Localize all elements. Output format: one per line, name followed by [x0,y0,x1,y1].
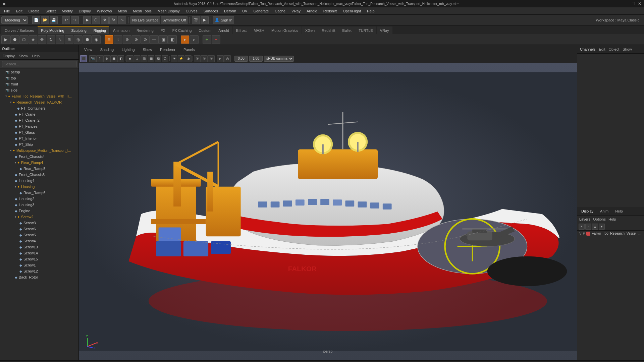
outliner-item-rear-ramp4[interactable]: ▾ ✦ Rear_Ramp4 [0,160,78,166]
menu-item-edit[interactable]: Edit [13,8,25,14]
move-icon[interactable]: ✥ [38,35,46,44]
vp-tab-shading[interactable]: Shading [97,47,117,53]
vp-tab-show[interactable]: Show [140,47,156,53]
expand-icon[interactable]: ▾ [5,95,7,98]
outliner-item-ft-ship[interactable]: ◆ FT_Ship [0,141,78,147]
outliner-item-front[interactable]: 📷 front [0,81,78,87]
snap-point-icon[interactable]: ⊕ [123,35,131,44]
universal-manip-icon[interactable]: ⊞ [65,35,73,44]
minimize-button[interactable]: — [625,1,629,6]
layer-new-btn[interactable]: + [579,224,585,230]
save-scene-btn[interactable]: 💾 [50,16,58,24]
menu-item-select[interactable]: Select [43,8,59,14]
viewport-canvas[interactable]: FALKOR persp X Y Z [79,63,577,360]
ch-tab-show[interactable]: Show [623,47,632,51]
vp-tab-renderer[interactable]: Renderer [157,47,179,53]
new-scene-btn[interactable]: 📄 [32,16,40,24]
rotate-icon[interactable]: ↻ [47,35,55,44]
vp-res3-btn[interactable]: ③ [208,55,215,62]
outliner-item-screw4[interactable]: ◆ Screw4 [0,238,78,244]
outliner-search-bar[interactable] [0,60,78,68]
menu-item-mesh-tools[interactable]: Mesh Tools [130,8,154,14]
scale-tool-btn[interactable]: ⤡ [118,16,126,24]
viewport-content[interactable]: FALKOR persp X Y Z [79,63,577,360]
vp-shadow-btn[interactable]: ◑ [185,55,192,62]
layer-delete-btn[interactable]: - [585,224,591,230]
outliner-item-ft-interior[interactable]: ◆ FT_Interior [0,135,78,141]
show-manip-icon[interactable]: ◉ [92,35,101,44]
snap-view-icon[interactable]: ⊙ [141,35,150,44]
vp-isolate-btn[interactable]: ◎ [224,55,231,62]
outliner-tab-help[interactable]: Help [32,54,40,58]
open-scene-btn[interactable]: 📂 [41,16,49,24]
layer-v-label[interactable]: V [579,232,582,235]
symmetry-btn[interactable]: Symmetry: Off [161,16,187,24]
mode-tab-animation[interactable]: Animation [110,26,133,34]
outliner-item-engine[interactable]: ◆ Engine [0,208,78,214]
menu-item-curves[interactable]: Curves [183,8,200,14]
layer-tab-display[interactable]: Display [580,208,595,214]
menu-item-vray[interactable]: VRay [289,8,303,14]
outliner-item-research-vessel[interactable]: ▾ ✦ Research_Vessel_FALKOR [0,99,78,105]
lasso-tool-btn[interactable]: ⬡ [92,16,100,24]
outliner-tab-show[interactable]: Show [19,54,28,58]
menu-item-arnold[interactable]: Arnold [304,8,320,14]
vp-shading1-btn[interactable]: ■ [126,55,133,62]
menu-item-mesh[interactable]: Mesh [115,8,129,14]
vp-tab-panels[interactable]: Panels [180,47,198,53]
layer-up-btn[interactable]: ▲ [592,224,598,230]
redo-btn[interactable]: ↪ [71,16,79,24]
outliner-item-screw6[interactable]: ◆ Screw6 [0,226,78,232]
minus-icon[interactable]: − [212,35,220,44]
help-sub-tab[interactable]: Help [608,217,616,221]
menu-item-windows[interactable]: Windows [94,8,115,14]
outliner-item-ft-fances[interactable]: ◆ FT_Fances [0,123,78,129]
snap-grid-icon[interactable]: ⊟ [105,35,113,44]
vp-toggle-btn[interactable]: ⬛ [80,55,87,62]
vp-res2-btn[interactable]: ② [201,55,208,62]
vp-val1-input[interactable] [234,56,248,62]
outliner-item-back-rotor[interactable]: ◆ Back_Rotor [0,274,78,280]
render-region2-icon[interactable]: ▹ [190,35,199,44]
vp-tab-view[interactable]: View [81,47,96,53]
vp-shading5-btn[interactable]: ▩ [155,55,161,62]
menu-item-create[interactable]: Create [26,8,42,14]
sign-in-btn[interactable]: 👤 Sign In [213,16,234,24]
outliner-tab-display[interactable]: Display [3,54,15,58]
outliner-item-screw13[interactable]: ◆ Screw13 [0,244,78,250]
outliner-item-multipurpose[interactable]: ▾ ✦ Multipurpose_Medium_Transport_l... [0,147,78,154]
sculpt-icon[interactable]: ⬢ [83,35,92,44]
mode-tab-curves-/-surfaces[interactable]: Curves / Surfaces [1,26,37,34]
menu-item-uv[interactable]: UV [239,8,250,14]
mode-dropdown[interactable]: Modeling [1,16,28,24]
mode-tab-mash[interactable]: MASH [250,26,268,34]
ch-tab-channels[interactable]: Channels [580,47,595,51]
vp-tab-lighting[interactable]: Lighting [118,47,138,53]
vp-light2-btn[interactable]: ⚡ [178,55,184,62]
outliner-search-input[interactable] [2,61,76,67]
plus-icon[interactable]: + [203,35,211,44]
menu-item-openflight[interactable]: OpenFlight [340,8,364,14]
mode-tab-vray[interactable]: VRay [377,26,392,34]
outliner-item-front-chassis4[interactable]: ◆ Front_Chassis4 [0,154,78,160]
mode-tab-turtle[interactable]: TURTLE [355,26,376,34]
vp-manip-btn[interactable]: ⊕ [103,55,110,62]
layer-tab-anim[interactable]: Anim [599,208,610,214]
vp-gamma-select[interactable]: sRGB gamma [264,56,294,62]
undo-btn[interactable]: ↩ [62,16,70,24]
outliner-item-top[interactable]: 📷 top [0,75,78,81]
maximize-button[interactable]: ☐ [632,1,635,6]
layer-tab-help[interactable]: Help [614,208,624,214]
outliner-item-screw5[interactable]: ◆ Screw5 [0,232,78,238]
snap-curve-icon[interactable]: ⌇ [114,35,122,44]
menu-item-redshift[interactable]: Redshift [321,8,339,14]
outliner-item-screw2-group[interactable]: ▾ ✦ Screw2 [0,214,78,220]
vp-light1-btn[interactable]: ☀ [171,55,177,62]
vp-shading3-btn[interactable]: ▥ [141,55,147,62]
expand-icon[interactable]: ▾ [10,149,12,152]
select-tool-icon[interactable]: ▶ [1,35,10,44]
outliner-item-front-chassis3[interactable]: ◆ Front_Chassis3 [0,172,78,178]
mode-tab-motion-graphics[interactable]: Motion Graphics [268,26,302,34]
close-button[interactable]: ✕ [638,1,641,6]
expand-icon[interactable]: ▾ [15,215,16,219]
